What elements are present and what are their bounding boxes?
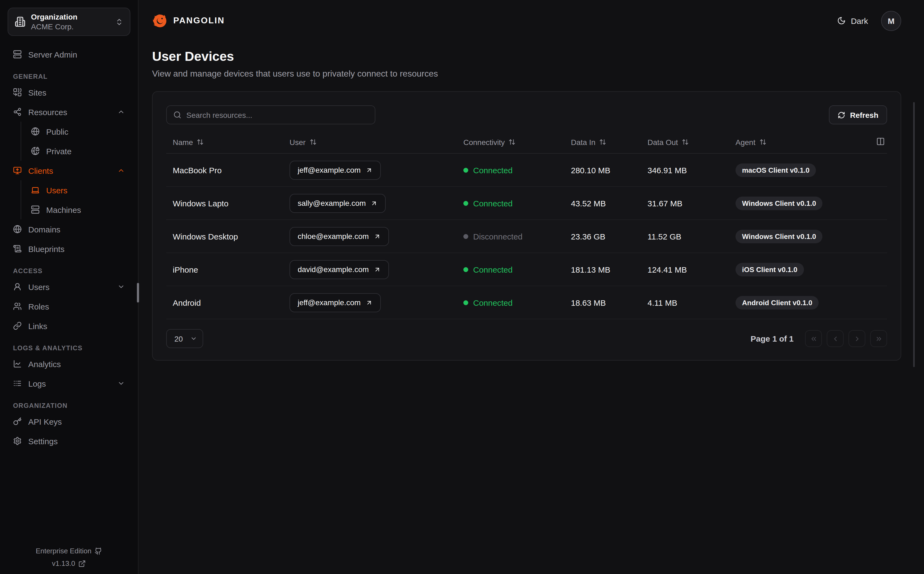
device-name: MacBook Pro: [173, 166, 290, 175]
search-box: [166, 106, 375, 125]
table-row: Android jeff@example.com Connected 18.63…: [166, 286, 887, 319]
column-header-data-in[interactable]: Data In: [571, 138, 648, 147]
user-link-button[interactable]: david@example.com: [290, 260, 389, 279]
sidebar-item-users-access[interactable]: Users: [8, 277, 130, 296]
next-page-button[interactable]: [848, 330, 865, 347]
card-toolbar: Refresh: [166, 106, 887, 125]
table-row: MacBook Pro jeff@example.com Connected 2…: [166, 154, 887, 187]
sidebar-item-label: Domains: [28, 224, 60, 234]
agent-badge: macOS Client v0.1.0: [735, 163, 816, 177]
column-visibility-button[interactable]: [876, 137, 885, 147]
version-row[interactable]: v1.13.0: [8, 559, 130, 568]
user-link-button[interactable]: jeff@example.com: [290, 161, 381, 180]
avatar[interactable]: M: [881, 11, 901, 31]
data-in-value: 43.52 MB: [571, 199, 648, 208]
resources-subgroup: Public Private: [20, 121, 130, 161]
column-header-data-out[interactable]: Data Out: [648, 138, 735, 147]
sidebar-item-domains[interactable]: Domains: [8, 219, 130, 239]
page-info: Page 1 of 1: [751, 334, 794, 343]
previous-page-button[interactable]: [827, 330, 844, 347]
sidebar: Organization ACME Corp. Server Admin GEN…: [0, 0, 139, 574]
sidebar-item-label: Machines: [46, 205, 81, 214]
device-name: Windows Desktop: [173, 232, 290, 241]
first-page-button[interactable]: [805, 330, 822, 347]
link-icon: [13, 322, 22, 330]
data-in-value: 23.36 GB: [571, 232, 648, 241]
search-input[interactable]: [186, 110, 368, 119]
user-link-button[interactable]: chloe@example.com: [290, 227, 389, 246]
user-link-button[interactable]: sally@example.com: [290, 194, 386, 213]
data-in-value: 280.10 MB: [571, 166, 648, 175]
org-selector[interactable]: Organization ACME Corp.: [8, 8, 130, 36]
status-dot: [464, 167, 468, 172]
sidebar-item-roles[interactable]: Roles: [8, 296, 130, 316]
sidebar-item-label: Analytics: [28, 359, 61, 369]
sidebar-item-machines[interactable]: Machines: [21, 200, 130, 219]
laptop-icon: [31, 186, 39, 194]
refresh-button[interactable]: Refresh: [829, 106, 887, 125]
device-name: iPhone: [173, 265, 290, 274]
brand-name: PANGOLIN: [173, 16, 225, 25]
sidebar-item-blueprints[interactable]: Blueprints: [8, 239, 130, 259]
page-size-value: 20: [174, 334, 183, 343]
sidebar-item-links[interactable]: Links: [8, 316, 130, 336]
sidebar-item-logs[interactable]: Logs: [8, 374, 130, 393]
sidebar-item-sites[interactable]: Sites: [8, 82, 130, 102]
sidebar-item-server-admin[interactable]: Server Admin: [8, 44, 130, 64]
sidebar-item-analytics[interactable]: Analytics: [8, 354, 130, 374]
topbar: PANGOLIN Dark M: [152, 0, 901, 41]
scrollbar-thumb[interactable]: [913, 102, 915, 367]
sidebar-item-label: Links: [28, 321, 47, 330]
last-page-button[interactable]: [870, 330, 887, 347]
table-row: iPhone david@example.com Connected 181.1…: [166, 253, 887, 286]
device-name: Android: [173, 298, 290, 307]
chevrons-up-down-icon: [115, 17, 123, 26]
sidebar-item-label: Users: [46, 186, 67, 195]
sidebar-footer: Enterprise Edition v1.13.0: [8, 542, 130, 568]
moon-icon: [837, 16, 846, 25]
sidebar-item-label: Blueprints: [28, 244, 65, 253]
column-header-agent[interactable]: Agent: [735, 138, 887, 147]
pagination: 20 Page 1 of 1: [166, 329, 887, 348]
chevron-right-icon: [853, 335, 861, 342]
sidebar-item-label: Settings: [28, 436, 58, 446]
sort-icon: [599, 139, 606, 145]
user-link-button[interactable]: jeff@example.com: [290, 293, 381, 312]
org-selector-value: ACME Corp.: [31, 22, 110, 31]
sort-icon: [509, 139, 516, 145]
column-header-user[interactable]: User: [290, 138, 464, 147]
refresh-label: Refresh: [850, 110, 878, 119]
column-header-name[interactable]: Name: [173, 138, 290, 147]
refresh-icon: [837, 111, 845, 119]
agent-badge: iOS Client v0.1.0: [735, 263, 804, 276]
sidebar-item-api-keys[interactable]: API Keys: [8, 412, 130, 431]
data-out-value: 4.11 MB: [648, 298, 735, 307]
globe-icon: [31, 127, 39, 136]
status-dot: [464, 300, 468, 305]
sort-icon: [197, 139, 204, 145]
data-out-value: 31.67 MB: [648, 199, 735, 208]
status-badge: Connected: [464, 265, 571, 274]
theme-label: Dark: [851, 16, 868, 25]
sidebar-item-users-devices[interactable]: Users: [21, 180, 130, 200]
column-header-connectivity[interactable]: Connectivity: [464, 138, 571, 147]
table-header: Name User Connectivity Data In Data Out: [166, 131, 887, 154]
status-badge: Connected: [464, 166, 571, 175]
topbar-right: Dark M: [837, 11, 901, 31]
combine-icon: [13, 88, 22, 97]
sidebar-item-clients[interactable]: Clients: [8, 161, 130, 180]
status-badge: Connected: [464, 298, 571, 307]
page-title: User Devices: [152, 49, 901, 64]
page-subtitle: View and manage devices that users use t…: [152, 69, 901, 79]
sidebar-item-settings[interactable]: Settings: [8, 431, 130, 451]
logs-list-icon: [13, 379, 22, 388]
sidebar-item-private[interactable]: Private: [21, 141, 130, 161]
edition-row[interactable]: Enterprise Edition: [8, 547, 130, 555]
device-name: Windows Lapto: [173, 199, 290, 208]
sidebar-item-resources[interactable]: Resources: [8, 102, 130, 121]
page-size-select[interactable]: 20: [166, 329, 203, 348]
brand[interactable]: PANGOLIN: [152, 13, 225, 28]
sidebar-item-public[interactable]: Public: [21, 121, 130, 141]
theme-toggle[interactable]: Dark: [837, 16, 868, 25]
data-out-value: 11.52 GB: [648, 232, 735, 241]
